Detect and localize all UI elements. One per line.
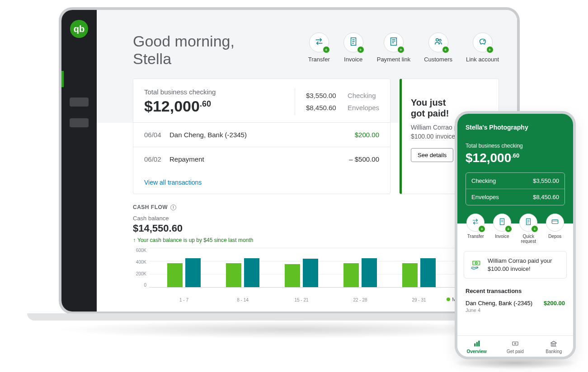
phone-tx-amount: $200.00	[544, 300, 565, 307]
chart-bar	[167, 263, 183, 287]
transfer-icon	[471, 218, 480, 228]
greeting-line2: Stella	[133, 50, 171, 67]
phone-transaction-row[interactable]: Dan Cheng, Bank (-2345) $200.00	[466, 300, 565, 307]
phone-checking-amount: $3,550.00	[533, 177, 559, 184]
qa-label: Transfer	[308, 56, 330, 63]
tab-overview[interactable]: Overview	[457, 336, 496, 357]
balance-amount: $12,000.60	[144, 98, 295, 115]
qa-label: Customers	[424, 56, 452, 63]
payment-link-action[interactable]: + Payment link	[377, 33, 410, 63]
phone-payment-notice[interactable]: William Corrao paid your $100.00 invoice…	[464, 251, 567, 279]
cashflow-delta: ↑Your cash balance is up by $45 since la…	[133, 237, 499, 243]
link-account-action[interactable]: + Link account	[466, 33, 499, 63]
overview-icon	[473, 339, 481, 348]
greeting: Good morning, Stella	[133, 33, 235, 68]
chart-bar	[285, 264, 300, 287]
svg-rect-7	[552, 220, 558, 224]
chart-bar	[226, 263, 241, 287]
phone-checking-label: Checking	[471, 177, 496, 184]
sidebar-active-indicator	[61, 71, 64, 87]
chart-bar	[343, 263, 359, 287]
chart-bar	[402, 263, 418, 287]
balance-card: Total business checking $12,000.60 $3,55…	[133, 79, 390, 194]
phone-balance-title: Total business checking	[466, 143, 565, 149]
phone-envelopes-amount: $8,450.60	[533, 194, 559, 200]
sidebar-item[interactable]	[70, 98, 89, 107]
tx-date: 06/04	[144, 131, 169, 139]
phone-tx-date: June 4	[466, 307, 565, 313]
tx-date: 06/02	[144, 155, 169, 163]
recent-transactions-heading: Recent transactions	[466, 288, 565, 294]
sidebar: qb	[61, 10, 97, 312]
phone-envelopes-label: Envelopes	[471, 194, 499, 200]
cashflow-amount: $14,550.60	[133, 223, 499, 234]
envelopes-amount: $8,450.60	[306, 104, 343, 112]
view-all-transactions-link[interactable]: View all transactions	[144, 179, 202, 186]
envelopes-label: Envelopes	[348, 104, 379, 112]
customers-action[interactable]: + Customers	[424, 33, 452, 63]
qa-label: Payment link	[377, 56, 410, 63]
cashflow-sub: Cash balance	[133, 215, 499, 222]
phone-balance-amount: $12,000.60	[466, 151, 565, 165]
svg-rect-1	[391, 38, 397, 46]
piggy-bank-icon	[478, 37, 488, 48]
svg-rect-10	[474, 344, 475, 346]
svg-rect-12	[478, 341, 479, 346]
phone-tx-desc: Dan Cheng, Bank (-2345)	[466, 300, 532, 307]
chart-bar	[303, 259, 318, 287]
cashflow-heading: CASH FLOW i	[133, 204, 499, 210]
phone-mockup: Stella's Photography Total business chec…	[455, 111, 576, 359]
greeting-line1: Good morning,	[133, 33, 235, 50]
qb-logo: qb	[70, 20, 88, 38]
transfer-action[interactable]: + Transfer	[308, 33, 330, 63]
receipt-icon	[524, 218, 532, 228]
svg-rect-8	[473, 261, 480, 265]
money-hand-icon	[470, 259, 482, 271]
cashflow-section: CASH FLOW i Cash balance $14,550.60 ↑You…	[97, 194, 517, 298]
qa-label: Link account	[466, 56, 499, 63]
tx-desc: Dan Cheng, Bank (-2345)	[169, 131, 355, 139]
sidebar-item[interactable]	[70, 118, 89, 127]
cashflow-chart: 600K400K200K0 1 - 78 - 1415 - 2122 - 282…	[133, 248, 499, 298]
checking-label: Checking	[348, 92, 376, 99]
svg-rect-13	[513, 342, 518, 345]
chart-bar	[420, 258, 436, 288]
chart-bar	[185, 258, 201, 288]
transaction-row[interactable]: 06/02 Repayment – $500.00	[133, 147, 390, 171]
card-icon	[551, 218, 559, 228]
svg-point-2	[436, 39, 438, 42]
invoice-action[interactable]: + Invoice	[343, 33, 363, 63]
customers-icon	[433, 37, 443, 48]
svg-rect-11	[476, 342, 477, 346]
tx-amount: – $500.00	[349, 155, 379, 163]
see-details-button[interactable]: See details	[411, 148, 453, 162]
phone-balance-breakdown: Checking$3,550.00 Envelopes$8,450.60	[466, 172, 565, 205]
balance-title: Total business checking	[144, 88, 295, 96]
phone-notice-text: William Corrao paid your $100.00 invoice…	[488, 257, 561, 273]
get-paid-icon	[511, 339, 519, 348]
checking-amount: $3,550.00	[306, 92, 343, 99]
phone-app-title: Stella's Photography	[466, 124, 565, 131]
tab-banking[interactable]: Banking	[535, 336, 573, 357]
transfer-icon	[314, 37, 324, 48]
svg-point-14	[514, 343, 516, 344]
chart-bar	[362, 258, 377, 288]
svg-point-4	[484, 40, 484, 41]
invoice-icon	[348, 37, 358, 48]
quick-actions: + Transfer + Invoice + Payment link + Cu…	[308, 33, 499, 63]
tx-amount: $200.00	[355, 131, 379, 139]
tx-desc: Repayment	[169, 155, 349, 163]
payment-link-icon	[389, 37, 399, 48]
info-icon[interactable]: i	[170, 205, 176, 210]
transaction-row[interactable]: 06/04 Dan Cheng, Bank (-2345) $200.00	[133, 122, 390, 147]
tab-get-paid[interactable]: Get paid	[496, 336, 534, 357]
phone-tab-bar: Overview Get paid Banking	[457, 335, 573, 357]
qa-label: Invoice	[344, 56, 362, 63]
invoice-icon	[498, 218, 506, 228]
chart-bar	[244, 258, 259, 288]
svg-point-3	[439, 39, 441, 42]
banking-icon	[550, 339, 558, 348]
